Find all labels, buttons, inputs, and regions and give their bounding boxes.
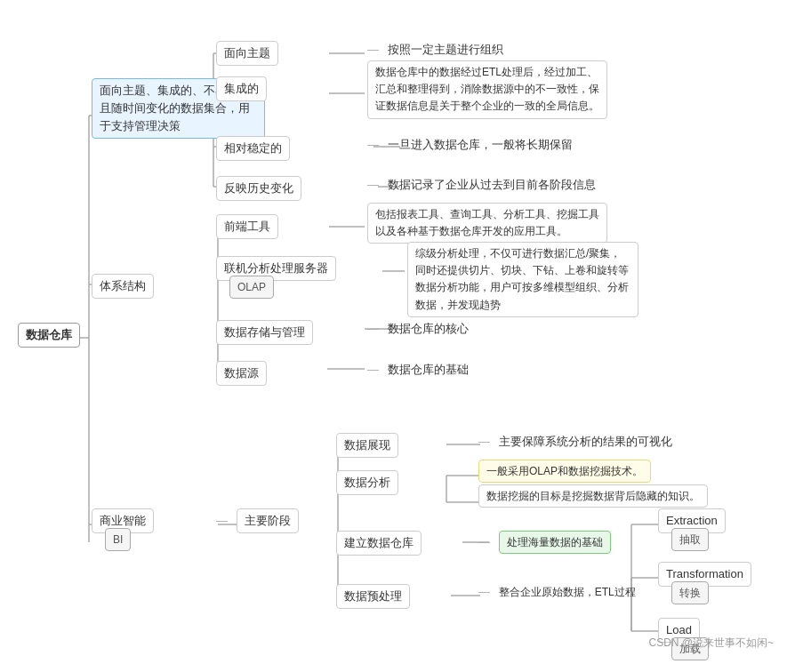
- subject-detail: 按照一定主题进行组织: [388, 41, 503, 59]
- stable-label: 相对稳定的: [216, 136, 290, 161]
- data-preprocessing-detail: 整合企业原始数据，ETL过程: [499, 584, 636, 600]
- stable-detail-node: — 一旦进入数据仓库，一般将长期保留: [367, 136, 573, 154]
- storage-detail-node: — 数据仓库的核心: [367, 320, 469, 338]
- data-analysis-detail1-node: 一般采用OLAP和数据挖掘技术。: [478, 460, 651, 483]
- integrated-label: 集成的: [216, 76, 267, 101]
- olap-detail-node: 综级分析处理，不仅可进行数据汇总/聚集，同时还提供切片、切块、下钻、上卷和旋转等…: [407, 242, 638, 317]
- data-display-node: 数据展现: [336, 433, 398, 458]
- frontend-label: 前端工具: [216, 214, 278, 239]
- subject-label: 面向主题: [216, 41, 278, 66]
- olap-sublabel-node: OLAP: [229, 276, 274, 299]
- frontend-detail-node: 包括报表工具、查询工具、分析工具、挖掘工具以及各种基于数据仓库开发的应用工具。: [367, 203, 607, 244]
- stable-node: 相对稳定的: [216, 136, 290, 161]
- data-analysis-label: 数据分析: [336, 470, 398, 495]
- data-analysis-detail2: 数据挖掘的目标是挖掘数据背后隐藏的知识。: [478, 484, 708, 508]
- build-warehouse-detail-node: — 处理海量数据的基础: [478, 531, 611, 554]
- system-structure-node: 体系结构: [92, 274, 154, 299]
- stable-detail: 一旦进入数据仓库，一般将长期保留: [388, 136, 573, 154]
- root-node: 数据仓库: [18, 323, 80, 348]
- build-warehouse-detail: 处理海量数据的基础: [499, 531, 611, 554]
- data-analysis-detail2-node: 数据挖掘的目标是挖掘数据背后隐藏的知识。: [478, 484, 708, 508]
- transformation-sublabel: 转换: [671, 581, 709, 604]
- extraction-sublabel-node: 抽取: [671, 528, 709, 551]
- build-warehouse-label: 建立数据仓库: [336, 531, 422, 556]
- data-analysis-node: 数据分析: [336, 470, 398, 495]
- storage-label: 数据存储与管理: [216, 320, 313, 345]
- subject-node: 面向主题: [216, 41, 278, 66]
- build-warehouse-node: 建立数据仓库: [336, 531, 422, 556]
- history-detail: 数据记录了企业从过去到目前各阶段信息: [388, 176, 596, 194]
- frontend-node: 前端工具: [216, 214, 278, 239]
- datasource-label: 数据源: [216, 361, 267, 386]
- olap-label: OLAP: [229, 276, 274, 299]
- storage-detail: 数据仓库的核心: [388, 320, 469, 338]
- data-display-detail-node: — 主要保障系统分析的结果的可视化: [478, 433, 672, 451]
- main-phases-label: 主要阶段: [237, 508, 299, 533]
- bi-sublabel-node: BI: [105, 528, 131, 551]
- root-label: 数据仓库: [18, 323, 80, 348]
- data-preprocessing-node: 数据预处理: [336, 584, 410, 609]
- extraction-sublabel: 抽取: [671, 528, 709, 551]
- datasource-detail: 数据仓库的基础: [388, 361, 469, 379]
- watermark: CSDN @说来世事不如闲~: [648, 636, 774, 651]
- olap-detail: 综级分析处理，不仅可进行数据汇总/聚集，同时还提供切片、切块、下钻、上卷和旋转等…: [407, 242, 638, 317]
- datasource-node: 数据源: [216, 361, 267, 386]
- data-display-label: 数据展现: [336, 433, 398, 458]
- system-structure-label: 体系结构: [92, 274, 154, 299]
- data-preprocessing-detail-node: — 整合企业原始数据，ETL过程: [478, 584, 636, 600]
- storage-node: 数据存储与管理: [216, 320, 313, 345]
- data-preprocessing-label: 数据预处理: [336, 584, 410, 609]
- history-detail-node: — 数据记录了企业从过去到目前各阶段信息: [367, 176, 596, 194]
- bi-sublabel: BI: [105, 528, 131, 551]
- page-container: 数据仓库 面向主题、集成的、不易丢失且随时间变化的数据集合，用于支持管理决策 面…: [0, 0, 795, 672]
- transformation-sublabel-node: 转换: [671, 581, 709, 604]
- main-phases-node: — 主要阶段: [216, 508, 299, 533]
- mindmap: 数据仓库 面向主题、集成的、不易丢失且随时间变化的数据集合，用于支持管理决策 面…: [9, 9, 783, 658]
- integrated-detail-node: 数据仓库中的数据经过ETL处理后，经过加工、汇总和整理得到，消除数据源中的不一致…: [367, 60, 607, 119]
- history-node: 反映历史变化: [216, 176, 301, 201]
- frontend-detail: 包括报表工具、查询工具、分析工具、挖掘工具以及各种基于数据仓库开发的应用工具。: [367, 203, 607, 244]
- data-analysis-detail1: 一般采用OLAP和数据挖掘技术。: [478, 460, 651, 483]
- integrated-detail: 数据仓库中的数据经过ETL处理后，经过加工、汇总和整理得到，消除数据源中的不一致…: [367, 60, 607, 119]
- integrated-node: 集成的: [216, 76, 267, 101]
- datasource-detail-node: — 数据仓库的基础: [367, 361, 469, 379]
- history-label: 反映历史变化: [216, 176, 301, 201]
- data-display-detail: 主要保障系统分析的结果的可视化: [499, 433, 672, 451]
- subject-detail-node: — 按照一定主题进行组织: [367, 41, 503, 59]
